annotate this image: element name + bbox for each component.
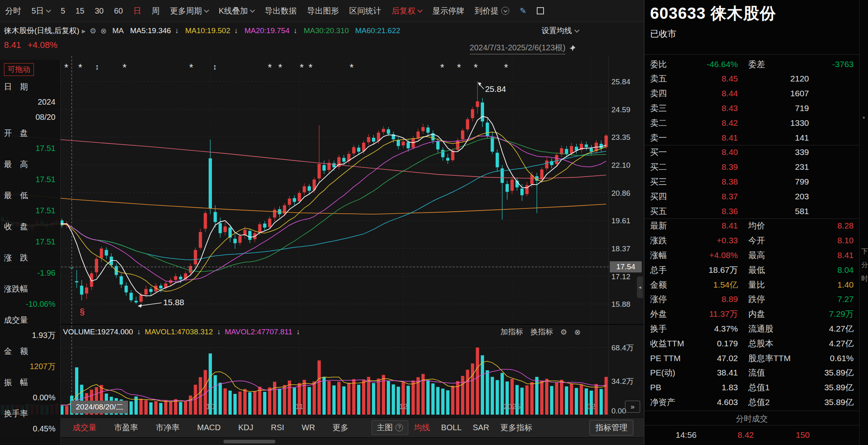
tab-市盈率[interactable]: 市盈率 bbox=[105, 422, 147, 433]
svg-text:*: * bbox=[268, 62, 272, 74]
tab-KDJ[interactable]: KDJ bbox=[229, 423, 262, 432]
quote-label: 流值 bbox=[748, 367, 803, 378]
ask-price: 8.42 bbox=[679, 118, 738, 128]
ohlc-data-panel[interactable]: 可拖动 日 期202408/20开 盘17.51最 高17.51最 低17.51… bbox=[0, 60, 61, 445]
data-row-value: 0.00% bbox=[4, 390, 56, 405]
toolbar-item-显示停牌[interactable]: 显示停牌 bbox=[427, 6, 469, 16]
chevron-down-icon bbox=[417, 8, 423, 13]
ma-legend-item: MA20:19.754 bbox=[244, 26, 289, 35]
data-row: 成交量1.93万 bbox=[4, 312, 56, 343]
scroll-right-button[interactable]: » bbox=[625, 401, 640, 413]
tab-MACD[interactable]: MACD bbox=[188, 423, 229, 432]
tick-trades-title[interactable]: 分时成交 bbox=[645, 412, 859, 425]
toolbar-item-到价提[interactable]: 到价提 bbox=[469, 6, 514, 16]
indicator-tab-bar: 成交量市盈率市净率MACDKDJRSIWR更多主图?均线BOLLSAR更多指标指… bbox=[0, 417, 644, 437]
quote-value: 8.89 bbox=[697, 294, 738, 304]
ask-volume: 1607 bbox=[738, 89, 809, 98]
edge-marker bbox=[863, 117, 865, 119]
tab-市净率[interactable]: 市净率 bbox=[147, 422, 188, 433]
toolbar-item-分时[interactable]: 分时 bbox=[0, 6, 26, 16]
scrollbar-thumb[interactable] bbox=[223, 440, 275, 443]
pencil-icon[interactable]: ✎ bbox=[520, 6, 526, 16]
toolbar-item-周[interactable]: 周 bbox=[146, 6, 165, 16]
toolbar-label: K线叠加 bbox=[219, 6, 248, 16]
selected-date-box: 2024/08/20/二 bbox=[71, 401, 128, 413]
edge-tab[interactable]: 时 bbox=[861, 274, 868, 283]
data-row-value: 0.45% bbox=[4, 421, 56, 436]
expand-icon[interactable] bbox=[537, 7, 544, 14]
ma-settings-button[interactable]: 设置均线 bbox=[542, 26, 579, 36]
data-row-label: 金 额 bbox=[4, 344, 56, 359]
ask-price: 8.45 bbox=[679, 74, 738, 83]
edge-tab[interactable]: 下 bbox=[861, 247, 868, 256]
quote-value: 8.04 bbox=[803, 265, 854, 275]
toolbar-item-5日[interactable]: 5日 bbox=[26, 6, 55, 16]
data-row-value: 17.51 bbox=[4, 234, 56, 249]
svg-text:§: § bbox=[80, 306, 85, 316]
add-indicator-button[interactable]: 加指标 bbox=[500, 327, 523, 337]
data-row: 最 低17.51 bbox=[4, 188, 56, 218]
draggable-chip[interactable]: 可拖动 bbox=[4, 63, 34, 76]
quote-label: 金额 bbox=[650, 279, 697, 290]
tab-WR[interactable]: WR bbox=[293, 423, 324, 432]
quote-label: 股息率TTM bbox=[748, 353, 803, 364]
toolbar-label: 15 bbox=[75, 6, 84, 16]
stock-code-name: 603633 徕木股份 bbox=[650, 2, 776, 24]
tab-BOLL[interactable]: BOLL bbox=[435, 423, 467, 432]
svg-text:*: * bbox=[189, 62, 193, 74]
tab-RSI[interactable]: RSI bbox=[262, 423, 293, 432]
toolbar-label: 区间统计 bbox=[349, 6, 381, 16]
tab-均线[interactable]: 均线 bbox=[408, 422, 435, 433]
quote-value: 4.37% bbox=[697, 324, 738, 334]
bid-label: 买五 bbox=[650, 206, 679, 217]
main-chart-toggle[interactable]: 主图? bbox=[372, 420, 408, 435]
close-circle-icon[interactable]: ⊗ bbox=[101, 26, 107, 36]
toolbar-item-30[interactable]: 30 bbox=[90, 6, 109, 16]
data-row: 涨跌幅-10.06% bbox=[4, 281, 56, 312]
toolbar-item-60[interactable]: 60 bbox=[109, 6, 128, 16]
trend-down-icon: ↓ bbox=[293, 26, 297, 35]
data-row-label: 开 盘 bbox=[4, 125, 56, 141]
quote-row: 换手4.37%流通股4.27亿 bbox=[650, 321, 854, 336]
horizontal-scrollbar[interactable] bbox=[0, 437, 644, 445]
toolbar-item-后复权[interactable]: 后复权 bbox=[386, 6, 427, 16]
quote-row: PE(动)38.41流值35.89亿 bbox=[650, 366, 854, 380]
data-row-value: -1.96 bbox=[4, 265, 56, 280]
toolbar-item-15[interactable]: 15 bbox=[70, 6, 89, 16]
toolbar-item-区间统计[interactable]: 区间统计 bbox=[344, 6, 386, 16]
gear-icon[interactable]: ⚙ bbox=[89, 26, 96, 36]
toolbar-item-pencil[interactable]: ✎ bbox=[514, 6, 532, 16]
toolbar-item-导出图形[interactable]: 导出图形 bbox=[302, 6, 344, 16]
toolbar-item-日[interactable]: 日 bbox=[128, 6, 146, 16]
tab-SAR[interactable]: SAR bbox=[467, 423, 495, 432]
data-row: 日 期202408/20 bbox=[4, 79, 56, 125]
trade-time: 14:56 bbox=[650, 430, 710, 440]
toolbar-item-5[interactable]: 5 bbox=[55, 6, 70, 16]
data-row-value: 17.51 bbox=[4, 203, 56, 218]
chart-zone: 25.8424.5923.3522.1020.8619.6118.3717.12… bbox=[0, 40, 644, 417]
panel-collapse-handle[interactable]: ◂ bbox=[637, 276, 643, 298]
toolbar-item-expand[interactable] bbox=[532, 7, 549, 14]
toolbar-item-导出数据[interactable]: 导出数据 bbox=[259, 6, 302, 16]
candlestick-chart[interactable]: 25.8424.5923.3522.1020.8619.6118.3717.12… bbox=[0, 40, 644, 417]
toolbar-item-更多周期[interactable]: 更多周期 bbox=[165, 6, 214, 16]
tab-更多[interactable]: 更多 bbox=[324, 422, 357, 433]
pin-icon[interactable] bbox=[569, 45, 576, 52]
edge-tab[interactable]: 分 bbox=[861, 260, 868, 270]
close-circle-icon[interactable]: ⊗ bbox=[574, 328, 581, 337]
indicator-manage-button[interactable]: 指标管理 bbox=[589, 420, 633, 435]
quote-label: 今开 bbox=[748, 235, 803, 246]
tab-更多指标[interactable]: 更多指标 bbox=[495, 422, 538, 433]
data-row-label: 振 幅 bbox=[4, 375, 56, 390]
switch-indicator-button[interactable]: 换指标 bbox=[530, 327, 553, 337]
quote-value: 8.41 bbox=[697, 221, 738, 230]
gear-icon[interactable]: ⚙ bbox=[560, 328, 567, 337]
toolbar-item-K线叠加[interactable]: K线叠加 bbox=[214, 6, 259, 16]
expand-arrow-icon[interactable]: ▸ bbox=[82, 26, 86, 36]
x-axis-month-label: 10 bbox=[192, 402, 228, 411]
tab-成交量[interactable]: 成交量 bbox=[64, 422, 105, 433]
ma-legend: MA5:19.346↓MA10:19.502↓MA20:19.754↓MA30:… bbox=[124, 26, 400, 35]
ask-volume: 1330 bbox=[738, 118, 809, 128]
visible-range[interactable]: 2024/7/31-2025/2/6(123根) bbox=[470, 42, 576, 54]
chevron-down-icon bbox=[204, 8, 209, 13]
